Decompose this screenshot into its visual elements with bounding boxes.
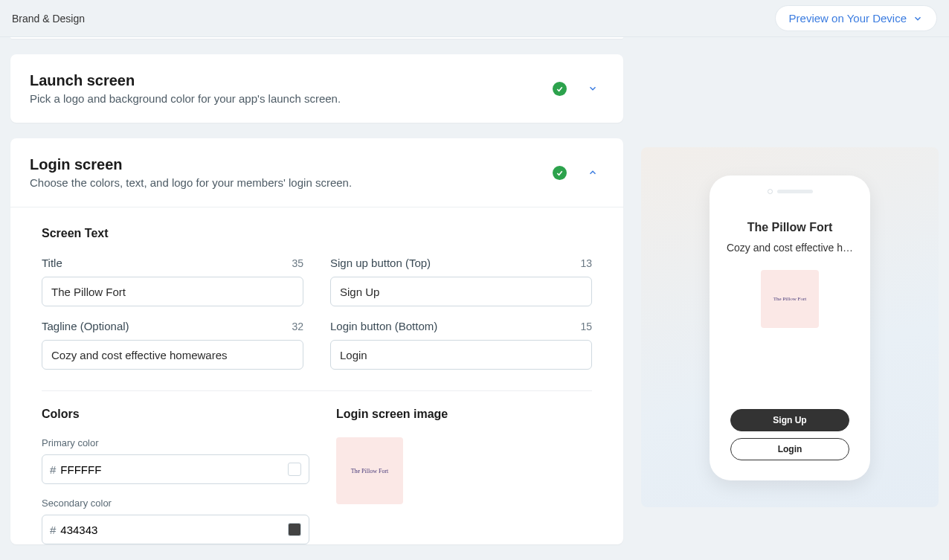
hash-prefix: # [50,524,56,536]
launch-screen-title: Launch screen [30,72,341,89]
topbar: Brand & Design Preview on Your Device [0,0,949,37]
phone-speaker-icon [777,190,813,193]
collapse-login-button[interactable] [582,161,604,184]
login-screen-image[interactable]: The Pillow Fort [336,437,403,504]
preview-logo: The Pillow Fort [761,270,819,328]
phone-camera-icon [768,189,773,194]
hash-prefix: # [50,463,56,476]
login-screen-title: Login screen [30,156,352,173]
expand-launch-button[interactable] [582,77,604,100]
preview-login-button: Login [730,438,849,460]
primary-color-input-wrap[interactable]: # [42,454,309,484]
title-count: 35 [292,257,303,269]
primary-color-label: Primary color [42,437,309,448]
primary-color-input[interactable] [60,463,283,476]
login-screen-section: Login screen Choose the colors, text, an… [10,138,623,544]
signup-input[interactable] [330,277,592,306]
preview-logo-text: The Pillow Fort [773,296,806,302]
signup-label: Sign up button (Top) [330,257,431,269]
preview-button-label: Preview on Your Device [789,12,907,25]
preview-app-title: The Pillow Fort [723,221,857,234]
page-title: Brand & Design [12,13,85,25]
preview-on-device-button[interactable]: Preview on Your Device [775,5,937,31]
login-screen-desc: Choose the colors, text, and logo for yo… [30,176,352,189]
launch-screen-desc: Pick a logo and background color for you… [30,92,341,105]
divider [42,390,592,391]
tagline-input[interactable] [42,340,303,370]
title-label: Title [42,257,62,269]
launch-screen-section: Launch screen Pick a logo and background… [10,54,623,123]
title-input[interactable] [42,277,303,306]
previous-section-card [10,37,623,39]
secondary-color-swatch[interactable] [288,523,301,536]
signup-count: 13 [580,257,592,269]
tagline-label: Tagline (Optional) [42,320,129,332]
login-image-heading: Login screen image [336,408,592,421]
colors-heading: Colors [42,408,309,421]
tagline-count: 32 [292,321,303,332]
login-image-text: The Pillow Fort [351,468,389,474]
loginbtn-label: Login button (Bottom) [330,320,437,332]
phone-preview-frame: The Pillow Fort Cozy and cost effective … [641,147,939,507]
secondary-color-input-wrap[interactable]: # [42,515,309,544]
chevron-down-icon [913,13,923,24]
preview-tagline: Cozy and cost effective h… [723,242,857,254]
screen-text-heading: Screen Text [42,227,592,240]
phone-mockup: The Pillow Fort Cozy and cost effective … [710,176,870,480]
secondary-color-label: Secondary color [42,498,309,509]
loginbtn-input[interactable] [330,340,592,370]
primary-color-swatch[interactable] [288,463,301,476]
check-icon [553,82,567,96]
loginbtn-count: 15 [580,321,592,332]
secondary-color-input[interactable] [60,524,283,536]
check-icon [553,166,567,180]
preview-signup-button: Sign Up [730,409,849,431]
